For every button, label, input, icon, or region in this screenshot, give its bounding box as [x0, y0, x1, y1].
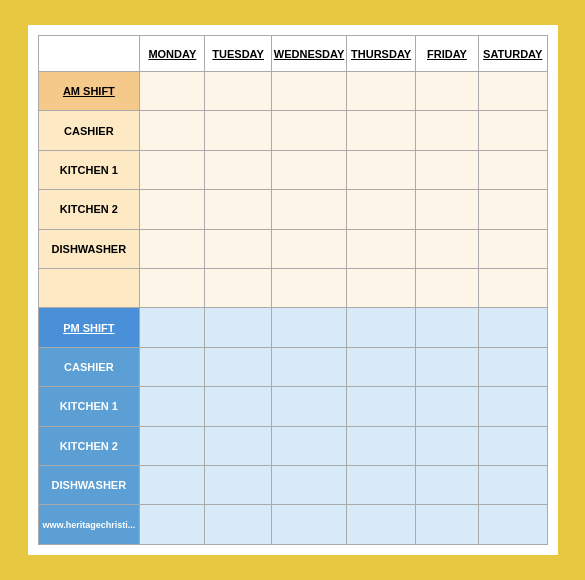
- am-cashier-tue: [205, 111, 271, 150]
- pm-cashier-tue: [205, 347, 271, 386]
- pm-dishwasher-sat: [479, 466, 547, 505]
- pm-kitchen1-label: KITCHEN 1: [38, 387, 140, 426]
- pm-cashier-row: CASHIER: [38, 347, 547, 386]
- am-dishwasher-label: DISHWASHER: [38, 229, 140, 268]
- pm-dishwasher-mon: [140, 466, 205, 505]
- pm-footer-row: www.heritagechristi...: [38, 505, 547, 545]
- pm-dishwasher-fri: [415, 466, 478, 505]
- pm-kitchen1-sat: [479, 387, 547, 426]
- am-empty-fri: [415, 269, 478, 308]
- pm-kitchen2-sat: [479, 426, 547, 465]
- pm-kitchen1-wed: [271, 387, 347, 426]
- pm-shift-tue: [205, 308, 271, 347]
- pm-shift-sat: [479, 308, 547, 347]
- am-dishwasher-row: DISHWASHER: [38, 229, 547, 268]
- am-kitchen2-label: KITCHEN 2: [38, 190, 140, 229]
- pm-shift-mon: [140, 308, 205, 347]
- pm-cashier-sat: [479, 347, 547, 386]
- am-kitchen1-thu: [347, 150, 416, 189]
- pm-kitchen2-row: KITCHEN 2: [38, 426, 547, 465]
- am-dishwasher-mon: [140, 229, 205, 268]
- am-shift-row: AM SHIFT: [38, 72, 547, 111]
- am-cashier-wed: [271, 111, 347, 150]
- am-kitchen1-tue: [205, 150, 271, 189]
- pm-shift-row: PM SHIFT: [38, 308, 547, 347]
- am-shift-fri: [415, 72, 478, 111]
- am-kitchen2-wed: [271, 190, 347, 229]
- header-saturday: SATURDAY: [479, 36, 547, 72]
- pm-shift-wed: [271, 308, 347, 347]
- pm-kitchen2-tue: [205, 426, 271, 465]
- am-empty-mon: [140, 269, 205, 308]
- am-kitchen1-sat: [479, 150, 547, 189]
- am-empty-label: [38, 269, 140, 308]
- pm-cashier-label: CASHIER: [38, 347, 140, 386]
- pm-dishwasher-row: DISHWASHER: [38, 466, 547, 505]
- header-tuesday: TUESDAY: [205, 36, 271, 72]
- am-kitchen2-sat: [479, 190, 547, 229]
- pm-shift-thu: [347, 308, 416, 347]
- am-dishwasher-wed: [271, 229, 347, 268]
- schedule-page: MONDAY TUESDAY WEDNESDAY THURSDAY FRIDAY…: [28, 25, 558, 555]
- am-shift-thu: [347, 72, 416, 111]
- pm-kitchen1-tue: [205, 387, 271, 426]
- pm-kitchen2-thu: [347, 426, 416, 465]
- am-shift-tue: [205, 72, 271, 111]
- pm-footer-fri: [415, 505, 478, 545]
- pm-shift-label: PM SHIFT: [38, 308, 140, 347]
- pm-kitchen2-fri: [415, 426, 478, 465]
- am-dishwasher-sat: [479, 229, 547, 268]
- header-col0: [38, 36, 140, 72]
- pm-dishwasher-thu: [347, 466, 416, 505]
- am-empty-tue: [205, 269, 271, 308]
- header-row: MONDAY TUESDAY WEDNESDAY THURSDAY FRIDAY…: [38, 36, 547, 72]
- am-empty-wed: [271, 269, 347, 308]
- am-cashier-row: CASHIER: [38, 111, 547, 150]
- pm-kitchen1-row: KITCHEN 1: [38, 387, 547, 426]
- pm-footer-tue: [205, 505, 271, 545]
- am-kitchen1-label: KITCHEN 1: [38, 150, 140, 189]
- am-kitchen1-wed: [271, 150, 347, 189]
- pm-cashier-wed: [271, 347, 347, 386]
- header-monday: MONDAY: [140, 36, 205, 72]
- am-shift-label: AM SHIFT: [38, 72, 140, 111]
- am-cashier-thu: [347, 111, 416, 150]
- pm-footer-thu: [347, 505, 416, 545]
- pm-shift-fri: [415, 308, 478, 347]
- am-cashier-label: CASHIER: [38, 111, 140, 150]
- pm-footer-label: www.heritagechristi...: [38, 505, 140, 545]
- am-cashier-mon: [140, 111, 205, 150]
- pm-kitchen1-fri: [415, 387, 478, 426]
- am-cashier-fri: [415, 111, 478, 150]
- am-empty-thu: [347, 269, 416, 308]
- am-kitchen2-row: KITCHEN 2: [38, 190, 547, 229]
- header-wednesday: WEDNESDAY: [271, 36, 347, 72]
- header-friday: FRIDAY: [415, 36, 478, 72]
- pm-kitchen2-wed: [271, 426, 347, 465]
- am-kitchen1-fri: [415, 150, 478, 189]
- pm-kitchen1-mon: [140, 387, 205, 426]
- pm-footer-sat: [479, 505, 547, 545]
- pm-kitchen1-thu: [347, 387, 416, 426]
- am-kitchen2-mon: [140, 190, 205, 229]
- schedule-table: MONDAY TUESDAY WEDNESDAY THURSDAY FRIDAY…: [38, 35, 548, 545]
- am-kitchen2-thu: [347, 190, 416, 229]
- pm-dishwasher-label: DISHWASHER: [38, 466, 140, 505]
- am-shift-mon: [140, 72, 205, 111]
- pm-dishwasher-tue: [205, 466, 271, 505]
- am-shift-sat: [479, 72, 547, 111]
- am-kitchen2-tue: [205, 190, 271, 229]
- am-empty-sat: [479, 269, 547, 308]
- pm-cashier-fri: [415, 347, 478, 386]
- am-kitchen1-row: KITCHEN 1: [38, 150, 547, 189]
- am-empty-row: [38, 269, 547, 308]
- am-shift-wed: [271, 72, 347, 111]
- header-thursday: THURSDAY: [347, 36, 416, 72]
- pm-kitchen2-mon: [140, 426, 205, 465]
- am-dishwasher-thu: [347, 229, 416, 268]
- am-cashier-sat: [479, 111, 547, 150]
- am-dishwasher-fri: [415, 229, 478, 268]
- am-dishwasher-tue: [205, 229, 271, 268]
- pm-cashier-mon: [140, 347, 205, 386]
- am-kitchen1-mon: [140, 150, 205, 189]
